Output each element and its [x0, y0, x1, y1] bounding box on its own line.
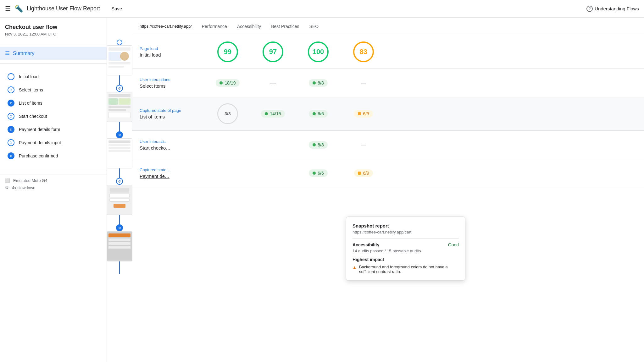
tooltip-impact-row: ▲ Background and foreground colors do no…: [353, 265, 459, 274]
sidebar-item-payment-details-input[interactable]: ⏱ Payment details input: [0, 136, 107, 149]
summary-nav-item[interactable]: ☰ Summary: [0, 47, 107, 60]
device-icon: ⬜: [5, 178, 10, 183]
clock-icon-select-items: ⏱: [8, 86, 14, 93]
thumb-node-3: ⚙: [107, 131, 132, 168]
score-access-select-items: —: [254, 80, 292, 86]
svg-rect-10: [108, 106, 130, 108]
thumb-select-items[interactable]: [107, 92, 132, 122]
pill-label-8-8: 8/8: [318, 80, 324, 85]
understanding-flows-link[interactable]: ? Understanding Flows: [586, 6, 639, 12]
score-perf-select-items: 18/19: [209, 79, 247, 87]
sidebar-item-label-select-items: Select Items: [19, 87, 43, 92]
list-icon: ☰: [5, 50, 10, 57]
score-seo-initial-load: 83: [345, 41, 382, 62]
sidebar-item-select-items[interactable]: ⏱ Select Items: [0, 83, 107, 96]
section-left-list-of-items: Captured state of page List of items: [140, 108, 209, 119]
svg-rect-20: [110, 194, 129, 197]
dot-list-of-items: ⚙: [116, 131, 123, 138]
pill-seo-6-9-payment: 6/9: [354, 169, 373, 177]
pill-label-18-19: 18/19: [225, 80, 236, 85]
top-nav: ☰ 🔦 Lighthouse User Flow Report Save ? U…: [0, 0, 644, 18]
sidebar-item-start-checkout[interactable]: ⏱ Start checkout: [0, 110, 107, 123]
svg-rect-14: [108, 140, 130, 143]
svg-rect-27: [108, 246, 130, 249]
svg-rect-13: [107, 139, 132, 167]
svg-rect-9: [119, 98, 130, 105]
dash-seo-start-checkout: —: [358, 141, 369, 148]
save-button[interactable]: Save: [111, 6, 122, 11]
url-link[interactable]: https://coffee-cart.netlify.app/: [140, 24, 192, 29]
svg-rect-4: [108, 66, 124, 68]
hamburger-icon[interactable]: ☰: [5, 5, 11, 13]
dot-green-6-6-payment: [313, 172, 316, 175]
dot-orange-6-9: [358, 112, 361, 115]
sidebar-item-payment-details-form[interactable]: ⚙ Payment details form: [0, 123, 107, 136]
clock-icon-payment-details-input: ⏱: [8, 139, 14, 146]
slowdown-info: ⚙ 4x slowdown: [5, 185, 102, 190]
svg-rect-26: [108, 242, 130, 245]
col-accessibility: Accessibility: [237, 24, 261, 29]
summary-label: Summary: [13, 51, 34, 56]
thumb-start-checkout[interactable]: [107, 185, 132, 215]
svg-rect-22: [114, 204, 125, 208]
section-type-list-of-items: Captured state of page: [140, 108, 209, 113]
section-row-payment-details: Captured state… Payment de… 6/6: [132, 159, 644, 187]
section-row-start-checkout: User interacti… Start checko… 8/8 —: [132, 131, 644, 159]
device-info: ⬜ Emulated Moto G4: [5, 178, 102, 183]
timeline-inner: ⏱: [107, 40, 132, 274]
tooltip-divider: [353, 238, 459, 239]
pill-label-8-8-checkout: 8/8: [318, 142, 324, 147]
svg-rect-17: [108, 150, 130, 152]
section-name-payment-details[interactable]: Payment de…: [140, 173, 209, 179]
sidebar-item-label-start-checkout: Start checkout: [19, 114, 47, 119]
section-name-start-checkout[interactable]: Start checko…: [140, 145, 209, 151]
flow-title: Checkout user flow: [5, 24, 102, 30]
understanding-flows-label: Understanding Flows: [595, 6, 639, 11]
help-circle-icon: ?: [586, 6, 593, 12]
svg-rect-3: [108, 62, 130, 64]
section-name-initial-load[interactable]: Initial load: [140, 52, 209, 58]
sidebar-bottom: ⬜ Emulated Moto G4 ⚙ 4x slowdown: [0, 174, 107, 196]
tooltip-accessibility-sub: 14 audits passed / 15 passable audits: [353, 249, 459, 253]
section-name-list-of-items[interactable]: List of items: [140, 114, 209, 119]
section-row-list-of-items: Captured state of page List of items 3/3…: [132, 97, 644, 131]
dot-select-items: ⏱: [116, 85, 123, 92]
pill-label-6-9: 6/9: [363, 111, 369, 116]
section-name-select-items[interactable]: Select Items: [140, 83, 209, 89]
dot-green-14-15: [265, 112, 268, 115]
score-access-list-of-items: 14/15: [254, 110, 292, 118]
thumb-payment-details[interactable]: [107, 231, 132, 261]
dot-initial-load: [117, 40, 122, 45]
score-bp-list-of-items: 6/6: [299, 110, 337, 118]
timeline-spacer-5: [119, 261, 120, 274]
outline-perf-3-3: 3/3: [217, 103, 238, 124]
scores-initial-load: 99 97 100 83: [209, 41, 636, 62]
camera-icon-purchase-confirmed: ⚙: [8, 152, 14, 159]
tooltip-accessibility-value: Good: [448, 242, 459, 247]
dot-green-8-8-checkout: [313, 143, 316, 146]
warning-triangle-icon: ▲: [353, 265, 357, 270]
tooltip-highest-impact-label: Highest impact: [353, 257, 459, 262]
circle-perf-99: 99: [217, 41, 238, 62]
sidebar-item-purchase-confirmed[interactable]: ⚙ Purchase confirmed: [0, 149, 107, 162]
scores-select-items: 18/19 — 8/8 —: [209, 79, 636, 87]
tooltip-accessibility-row: Accessibility Good: [353, 242, 459, 247]
sidebar-item-label-payment-details-form: Payment details form: [19, 127, 60, 132]
sidebar-item-list-of-items[interactable]: ⚙ List of items: [0, 96, 107, 110]
svg-rect-11: [108, 109, 126, 111]
sidebar-item-initial-load[interactable]: Initial load: [0, 70, 107, 83]
sidebar-item-label-purchase-confirmed: Purchase confirmed: [19, 153, 58, 158]
sidebar-item-label-initial-load: Initial load: [19, 74, 39, 79]
main-content: ⏱: [107, 18, 644, 362]
pill-bp-8-8: 8/8: [309, 79, 327, 87]
thumb-initial-load[interactable]: [107, 45, 132, 75]
score-perf-initial-load: 99: [209, 41, 247, 62]
circle-bp-100: 100: [308, 41, 329, 62]
thumb-list-of-items[interactable]: [107, 138, 132, 168]
main-layout: Checkout user flow Nov 3, 2021, 12:00 AM…: [0, 18, 644, 362]
svg-point-5: [120, 52, 129, 61]
svg-rect-7: [108, 94, 130, 97]
thumb-node-2: ⏱: [107, 85, 132, 122]
pill-bp-8-8-checkout: 8/8: [309, 141, 327, 149]
svg-rect-15: [108, 144, 130, 146]
